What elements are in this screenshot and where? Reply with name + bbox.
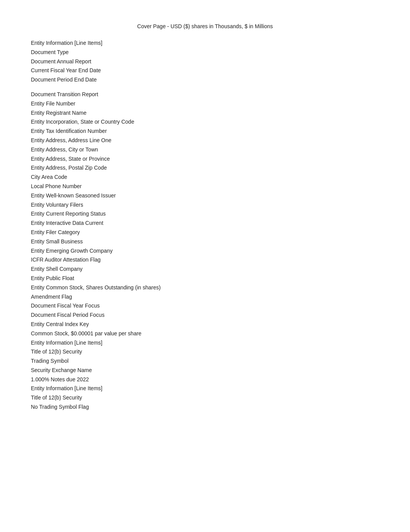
entity-filer-category: Entity Filer Category (31, 228, 379, 237)
document-fiscal-period-focus: Document Fiscal Period Focus (31, 311, 379, 320)
entity-public-float: Entity Public Float (31, 274, 379, 283)
security-exchange-name: Security Exchange Name (31, 366, 379, 375)
entity-central-index-key: Entity Central Index Key (31, 320, 379, 329)
entity-small-business: Entity Small Business (31, 237, 379, 246)
spacer (31, 85, 379, 90)
document-annual-report: Document Annual Report (31, 57, 379, 66)
document-period-end-date: Document Period End Date (31, 75, 379, 85)
entity-address-state: Entity Address, State or Province (31, 155, 379, 164)
city-area-code: City Area Code (31, 173, 379, 182)
entity-information-line-items-2: Entity Information [Line Items] (31, 338, 379, 348)
entity-address-line-one: Entity Address, Address Line One (31, 136, 379, 145)
page-container: Cover Page - USD ($) shares in Thousands… (0, 23, 410, 412)
entity-common-stock-shares-outstanding: Entity Common Stock, Shares Outstanding … (31, 283, 379, 292)
document-type: Document Type (31, 48, 379, 57)
notes-due-2022: 1.000% Notes due 2022 (31, 375, 379, 384)
entity-address-postal: Entity Address, Postal Zip Code (31, 163, 379, 173)
title-of-12b-security-2: Title of 12(b) Security (31, 393, 379, 403)
title-of-12b-security-1: Title of 12(b) Security (31, 347, 379, 357)
trading-symbol: Trading Symbol (31, 357, 379, 366)
entity-interactive-data-current: Entity Interactive Data Current (31, 219, 379, 228)
entity-file-number: Entity File Number (31, 99, 379, 109)
document-transition-report: Document Transition Report (31, 90, 379, 99)
amendment-flag: Amendment Flag (31, 292, 379, 302)
local-phone-number: Local Phone Number (31, 182, 379, 191)
entity-incorporation-state: Entity Incorporation, State or Country C… (31, 117, 379, 127)
common-stock-par-value: Common Stock, $0.00001 par value per sha… (31, 329, 379, 338)
entity-current-reporting-status: Entity Current Reporting Status (31, 209, 379, 219)
entity-address-city: Entity Address, City or Town (31, 145, 379, 155)
entity-information-line-items-1: Entity Information [Line Items] (31, 39, 379, 48)
entity-shell-company: Entity Shell Company (31, 265, 379, 274)
entity-voluntary-filers: Entity Voluntary Filers (31, 201, 379, 210)
entity-tax-identification-number: Entity Tax Identification Number (31, 127, 379, 136)
no-trading-symbol-flag: No Trading Symbol Flag (31, 403, 379, 412)
page-subtitle: Cover Page - USD ($) shares in Thousands… (31, 23, 379, 29)
entity-information-line-items-3: Entity Information [Line Items] (31, 384, 379, 393)
entity-emerging-growth-company: Entity Emerging Growth Company (31, 246, 379, 256)
icfr-auditor-attestation-flag: ICFR Auditor Attestation Flag (31, 255, 379, 265)
document-fiscal-year-focus: Document Fiscal Year Focus (31, 301, 379, 311)
current-fiscal-year-end-date: Current Fiscal Year End Date (31, 66, 379, 75)
entity-well-known-seasoned-issuer: Entity Well-known Seasoned Issuer (31, 191, 379, 201)
item-list: Entity Information [Line Items]Document … (31, 39, 379, 412)
entity-registrant-name: Entity Registrant Name (31, 109, 379, 118)
